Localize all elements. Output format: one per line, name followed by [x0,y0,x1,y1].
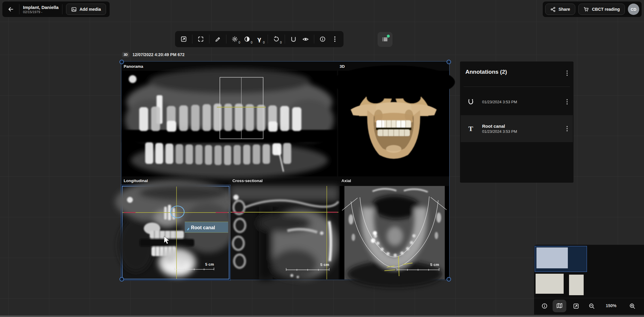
dental-arch-icon [290,36,297,42]
gamma-button[interactable]: γ 0 [254,33,264,45]
divider [226,35,226,44]
zoom-level: 150% [606,303,617,308]
fit-view-icon [573,303,579,309]
axial-label: Axial [341,178,351,183]
divider [314,35,314,44]
three-d-label: 3D [340,64,345,69]
axial-slice-image: 5 cm [340,186,449,279]
contrast-value: 0 [251,41,252,44]
divider [285,35,285,44]
annotations-panel-menu-button[interactable] [565,69,570,78]
annotation-timestamp: 01/23/2024 3:53 PM [482,99,565,104]
info-icon [541,303,548,309]
brightness-icon [231,36,238,42]
divider [19,4,19,14]
cross-sectional-pane[interactable]: 5 cm [231,186,338,279]
contrast-icon [244,36,250,42]
brightness-value: 0 [238,41,240,44]
map-view-button[interactable] [553,300,566,312]
longitudinal-pane[interactable]: Root canal 5 cm [122,186,229,279]
patient-info: Implant, Daniella 02/15/1979 - [23,5,59,14]
annotation-title: Root canal [482,123,565,129]
divider [209,35,209,44]
add-media-label: Add media [79,7,101,12]
more-button[interactable] [330,33,340,45]
user-avatar[interactable]: CD [628,4,639,15]
panorama-label: Panorama [124,64,143,69]
info-button-minimap[interactable] [539,301,550,311]
annotations-list-toggle[interactable] [378,32,392,47]
info-button[interactable] [318,33,328,45]
cross-sectional-label: Cross-sectional [232,178,263,183]
minimap-thumbnail-3[interactable] [569,275,584,295]
annotation-item-curve[interactable]: 01/23/2024 3:53 PM [461,91,573,113]
arrow-left-icon [7,6,14,13]
annotations-panel-title: Annotations (2) [465,69,507,75]
three-d-pane[interactable] [338,71,449,176]
annotation-item-menu-button[interactable] [565,124,570,133]
actions-bar: Share CBCT reading CD [543,1,642,17]
add-media-button[interactable]: Add media [66,4,106,15]
divider [534,298,644,298]
media-meta: 3D 12/07/2022 4:20:49 PM 672 [122,52,185,57]
zoom-in-button[interactable] [627,301,637,311]
fit-view-button-minimap[interactable] [571,301,581,311]
fit-view-button[interactable] [179,33,189,45]
divider [268,35,268,44]
share-icon [550,7,556,12]
annotation-item-menu-button[interactable] [565,97,570,106]
visibility-button[interactable] [300,33,311,45]
avatar-initials: CD [631,7,637,12]
annotation-timestamp: 01/23/2024 3:53 PM [482,129,565,134]
dental-arch-button[interactable] [288,33,298,45]
image-icon [71,7,77,12]
axial-pane[interactable]: 5 cm [340,186,449,279]
viewer-toolbar: 0 0 γ 0 0 [175,31,344,47]
map-icon [556,303,563,309]
rotation-button[interactable]: 0 [271,33,281,45]
cbct-reading-label: CBCT reading [592,7,620,12]
minimap-thumbnail-2[interactable] [536,274,564,294]
fullscreen-icon [197,36,204,42]
eye-icon [302,36,309,43]
fullscreen-button[interactable] [196,33,206,45]
divider [464,87,570,87]
selection-handle-top-right[interactable] [447,60,451,64]
kebab-icon [332,35,337,44]
zoom-out-button[interactable] [587,301,597,311]
text-annotation-icon: T [468,125,473,133]
annotations-panel: Annotations (2) 01/23/2024 3:53 PM T Roo… [460,61,574,183]
panorama-pane[interactable] [122,71,337,176]
annotation-item-root-canal[interactable]: T Root canal 01/23/2024 3:53 PM [461,115,573,142]
draw-button[interactable] [213,33,223,45]
fit-view-icon [180,36,187,42]
brightness-button[interactable]: 0 [230,33,240,45]
contrast-button[interactable]: 0 [242,33,252,45]
media-type-badge: 3D [122,52,129,57]
svg-text:5 cm: 5 cm [320,262,329,267]
panorama-xray-image [122,71,337,176]
zoom-out-icon [588,303,595,310]
svg-text:5 cm: 5 cm [430,262,439,267]
active-indicator-dot [387,35,390,38]
back-button[interactable] [6,4,16,14]
rotation-value: 0 [280,41,282,44]
patient-dob: 02/15/1979 - [23,10,59,14]
patient-header-bar: Implant, Daniella 02/15/1979 - Add media [2,1,110,17]
share-label: Share [559,7,570,12]
patient-name: Implant, Daniella [23,5,59,10]
divider [192,35,192,44]
info-icon [319,36,326,42]
cbct-viewer-group[interactable]: Panorama 3D Longitudinal Cross-sectional… [121,61,450,280]
share-button[interactable]: Share [545,4,575,15]
selection-handle-bottom-left[interactable] [119,277,124,281]
minimap-viewport[interactable] [536,247,568,268]
cart-icon [583,6,589,12]
root-canal-tooltip-label: Root canal [191,225,215,230]
minimap-thumbnail-selected[interactable] [535,246,587,272]
rotation-icon [273,36,280,42]
pencil-icon [215,36,221,42]
selection-handle-top-left[interactable] [119,60,124,64]
selection-handle-bottom-right[interactable] [447,277,451,281]
cbct-reading-button[interactable]: CBCT reading [578,4,625,15]
